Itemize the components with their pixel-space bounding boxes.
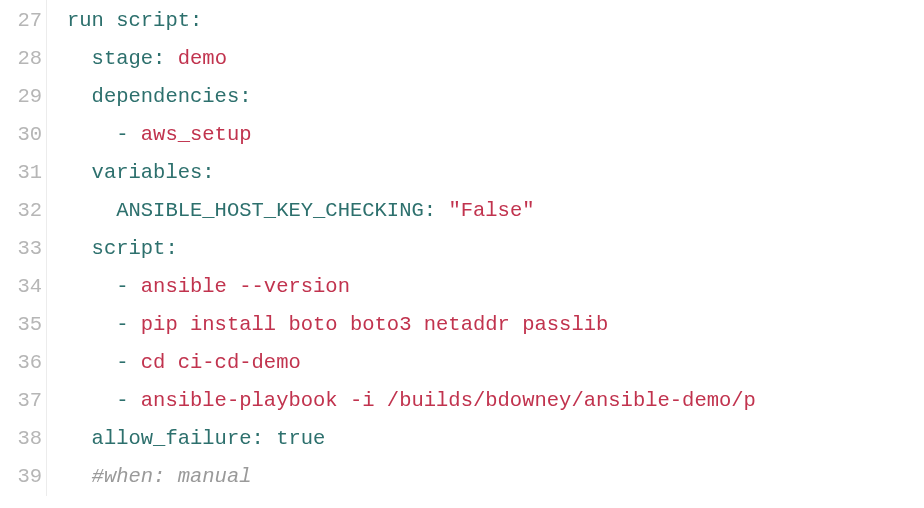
yaml-value: cd ci-cd-demo bbox=[141, 351, 301, 374]
yaml-key: script bbox=[92, 237, 166, 260]
yaml-value: ansible --version bbox=[141, 275, 350, 298]
line-number: 33 bbox=[0, 230, 42, 268]
colon: : bbox=[202, 161, 214, 184]
code-line: - cd ci-cd-demo bbox=[67, 344, 924, 382]
line-number: 37 bbox=[0, 382, 42, 420]
line-number: 39 bbox=[0, 458, 42, 496]
colon: : bbox=[165, 237, 177, 260]
line-number: 34 bbox=[0, 268, 42, 306]
yaml-value: demo bbox=[178, 47, 227, 70]
yaml-value: pip install boto boto3 netaddr passlib bbox=[141, 313, 608, 336]
colon: : bbox=[190, 9, 202, 32]
colon: : bbox=[424, 199, 436, 222]
yaml-key: run script bbox=[67, 9, 190, 32]
yaml-value: ansible-playbook -i /builds/bdowney/ansi… bbox=[141, 389, 756, 412]
yaml-key: stage bbox=[92, 47, 154, 70]
line-number: 32 bbox=[0, 192, 42, 230]
list-dash: - bbox=[116, 313, 141, 336]
list-dash: - bbox=[116, 389, 141, 412]
yaml-key: variables bbox=[92, 161, 203, 184]
code-area[interactable]: run script: stage: demo dependencies: - … bbox=[47, 0, 924, 496]
yaml-string: "False" bbox=[448, 199, 534, 222]
yaml-key: ANSIBLE_HOST_KEY_CHECKING bbox=[116, 199, 424, 222]
code-line: script: bbox=[67, 230, 924, 268]
list-dash: - bbox=[116, 123, 141, 146]
code-line: variables: bbox=[67, 154, 924, 192]
line-number: 31 bbox=[0, 154, 42, 192]
code-line: allow_failure: true bbox=[67, 420, 924, 458]
line-number: 38 bbox=[0, 420, 42, 458]
list-dash: - bbox=[116, 275, 141, 298]
line-number: 35 bbox=[0, 306, 42, 344]
yaml-key: allow_failure bbox=[92, 427, 252, 450]
code-line: - ansible --version bbox=[67, 268, 924, 306]
code-line: ANSIBLE_HOST_KEY_CHECKING: "False" bbox=[67, 192, 924, 230]
colon: : bbox=[153, 47, 165, 70]
colon: : bbox=[252, 427, 264, 450]
code-line: - ansible-playbook -i /builds/bdowney/an… bbox=[67, 382, 924, 420]
code-line: dependencies: bbox=[67, 78, 924, 116]
code-line: stage: demo bbox=[67, 40, 924, 78]
yaml-boolean: true bbox=[276, 427, 325, 450]
code-line: #when: manual bbox=[67, 458, 924, 496]
yaml-value: aws_setup bbox=[141, 123, 252, 146]
yaml-key: dependencies bbox=[92, 85, 240, 108]
line-number: 30 bbox=[0, 116, 42, 154]
line-number: 36 bbox=[0, 344, 42, 382]
line-number: 29 bbox=[0, 78, 42, 116]
code-line: - aws_setup bbox=[67, 116, 924, 154]
code-line: run script: bbox=[67, 2, 924, 40]
code-editor: 27 28 29 30 31 32 33 34 35 36 37 38 39 r… bbox=[0, 0, 924, 496]
yaml-comment: #when: manual bbox=[92, 465, 252, 488]
code-line: - pip install boto boto3 netaddr passlib bbox=[67, 306, 924, 344]
line-number: 27 bbox=[0, 2, 42, 40]
colon: : bbox=[239, 85, 251, 108]
line-number-gutter: 27 28 29 30 31 32 33 34 35 36 37 38 39 bbox=[0, 0, 47, 496]
line-number: 28 bbox=[0, 40, 42, 78]
list-dash: - bbox=[116, 351, 141, 374]
